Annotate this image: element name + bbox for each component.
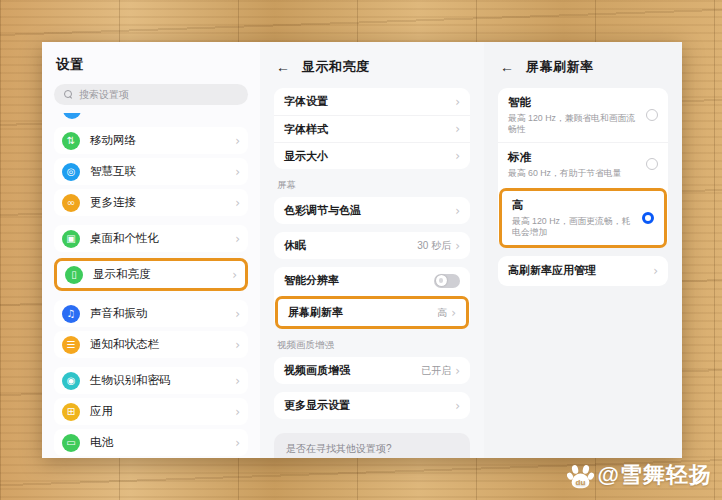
- sidebar-item-apps[interactable]: ⊞ 应用 ›: [54, 398, 248, 425]
- desktop-personalization-icon: ▣: [62, 230, 80, 248]
- option-label: 标准: [508, 150, 640, 165]
- baidu-paw-icon: du: [567, 462, 594, 489]
- radio-unselected-icon[interactable]: [646, 158, 658, 170]
- row-label: 更多显示设置: [284, 398, 350, 413]
- battery-icon: ▭: [62, 434, 80, 452]
- video-enhance-value: 已开启: [421, 364, 451, 378]
- item-label: 桌面和个性化: [90, 231, 159, 246]
- option-label: 智能: [508, 95, 640, 110]
- biometrics-password-icon: ◉: [62, 372, 80, 390]
- row-label: 视频画质增强: [284, 363, 350, 378]
- item-label: 智慧互联: [90, 164, 136, 179]
- back-arrow-icon[interactable]: ←: [500, 60, 514, 74]
- radio-selected-icon[interactable]: [642, 212, 654, 224]
- row-smart-resolution[interactable]: 智能分辨率: [274, 267, 470, 294]
- watermark: du @雪舞轻扬: [567, 460, 712, 490]
- app-management-card: 高刷新率应用管理 ›: [498, 256, 668, 286]
- chevron-right-icon: ›: [235, 196, 240, 210]
- chevron-right-icon: ›: [455, 204, 460, 218]
- color-temp-card: 色彩调节与色温 ›: [274, 197, 470, 224]
- smart-resolution-toggle[interactable]: [434, 274, 460, 288]
- settings-root-pane: 设置 搜索设置项 ⇅ 移动网络 › ◎ 智慧互联 › ∞ 更多连接 ›: [42, 42, 260, 458]
- mobile-network-icon: ⇅: [62, 132, 80, 150]
- search-icon: [64, 90, 73, 99]
- sidebar-item-battery[interactable]: ▭ 电池 ›: [54, 429, 248, 456]
- option-standard[interactable]: 标准 最高 60 Hz，有助于节省电量: [498, 142, 668, 186]
- wood-desktop-background: 设置 搜索设置项 ⇅ 移动网络 › ◎ 智慧互联 › ∞ 更多连接 ›: [0, 0, 722, 500]
- refresh-rate-pane: ← 屏幕刷新率 智能 最高 120 Hz，兼顾省电和画面流畅性 标准 最高 60…: [484, 42, 682, 458]
- section-label-video-enhance: 视频画质增强: [277, 339, 467, 352]
- row-label: 智能分辨率: [284, 273, 339, 288]
- chevron-right-icon: ›: [455, 239, 460, 253]
- back-arrow-icon[interactable]: ←: [276, 60, 290, 74]
- chevron-right-icon: ›: [235, 374, 240, 388]
- item-label: 更多连接: [90, 195, 136, 210]
- row-screen-refresh-rate[interactable]: 屏幕刷新率 高 ›: [275, 296, 469, 329]
- item-label: 电池: [90, 435, 113, 450]
- page-title-refresh-rate: 屏幕刷新率: [526, 58, 594, 76]
- row-label: 高刷新率应用管理: [508, 263, 596, 278]
- chevron-right-icon: ›: [455, 399, 460, 413]
- sidebar-item-display-brightness[interactable]: ▯ 显示和亮度 ›: [54, 258, 248, 291]
- refresh-rate-options-card: 智能 最高 120 Hz，兼顾省电和画面流畅性 标准 最高 60 Hz，有助于节…: [498, 88, 668, 248]
- row-font-settings[interactable]: 字体设置 ›: [274, 88, 470, 115]
- sidebar-item-notification-statusbar[interactable]: ☰ 通知和状态栏 ›: [54, 331, 248, 358]
- scrolled-list-clip: [54, 113, 248, 125]
- row-more-display-settings[interactable]: 更多显示设置 ›: [274, 392, 470, 419]
- sidebar-item-more-connections[interactable]: ∞ 更多连接 ›: [54, 189, 248, 216]
- chevron-right-icon: ›: [235, 134, 240, 148]
- radio-unselected-icon[interactable]: [646, 109, 658, 121]
- page-title-settings: 设置: [56, 56, 246, 74]
- option-description: 最高 60 Hz，有助于节省电量: [508, 168, 640, 179]
- pane-header: ← 屏幕刷新率: [500, 58, 666, 76]
- sidebar-item-desktop-personalization[interactable]: ▣ 桌面和个性化 ›: [54, 225, 248, 252]
- chevron-right-icon: ›: [455, 122, 460, 136]
- option-label: 高: [512, 198, 636, 213]
- chevron-right-icon: ›: [455, 95, 460, 109]
- sidebar-item-smart-interconnect[interactable]: ◎ 智慧互联 ›: [54, 158, 248, 185]
- option-high[interactable]: 高 最高 120 Hz，画面更流畅，耗电会增加: [499, 188, 667, 248]
- row-label: 休眠: [284, 238, 306, 253]
- sidebar-item-biometrics-password[interactable]: ◉ 生物识别和密码 ›: [54, 367, 248, 394]
- option-description: 最高 120 Hz，兼顾省电和画面流畅性: [508, 113, 640, 135]
- sidebar-item-sound-vibration[interactable]: ♫ 声音和振动 ›: [54, 300, 248, 327]
- chevron-right-icon: ›: [235, 307, 240, 321]
- chevron-right-icon: ›: [653, 264, 658, 278]
- resolution-refresh-card: 智能分辨率 屏幕刷新率 高 ›: [274, 267, 470, 329]
- sleep-card: 休眠 30 秒后 ›: [274, 232, 470, 259]
- clipped-item-icon: [63, 113, 81, 119]
- sleep-value: 30 秒后: [417, 239, 451, 253]
- row-color-adjustment[interactable]: 色彩调节与色温 ›: [274, 197, 470, 224]
- related-settings-card: 是否在寻找其他设置项? 简易模式 熄屏显示: [274, 433, 470, 458]
- sidebar-item-mobile-network[interactable]: ⇅ 移动网络 ›: [54, 127, 248, 154]
- chevron-right-icon: ›: [235, 405, 240, 419]
- item-label: 声音和振动: [90, 306, 148, 321]
- refresh-rate-value: 高: [437, 306, 447, 320]
- chevron-right-icon: ›: [235, 232, 240, 246]
- row-high-refresh-app-management[interactable]: 高刷新率应用管理 ›: [498, 256, 668, 286]
- row-label: 字体样式: [284, 122, 328, 137]
- item-label: 应用: [90, 404, 113, 419]
- chevron-right-icon: ›: [235, 436, 240, 450]
- svg-text:du: du: [575, 477, 585, 486]
- chevron-right-icon: ›: [232, 268, 237, 282]
- notification-statusbar-icon: ☰: [62, 336, 80, 354]
- apps-icon: ⊞: [62, 403, 80, 421]
- row-font-style[interactable]: 字体样式 ›: [274, 115, 470, 142]
- page-title-display-brightness: 显示和亮度: [302, 58, 370, 76]
- more-display-card: 更多显示设置 ›: [274, 392, 470, 419]
- row-label: 色彩调节与色温: [284, 203, 361, 218]
- settings-app-window: 设置 搜索设置项 ⇅ 移动网络 › ◎ 智慧互联 › ∞ 更多连接 ›: [42, 42, 682, 458]
- chevron-right-icon: ›: [235, 165, 240, 179]
- pane-header: ← 显示和亮度: [276, 58, 468, 76]
- row-label: 字体设置: [284, 94, 328, 109]
- option-smart[interactable]: 智能 最高 120 Hz，兼顾省电和画面流畅性: [498, 88, 668, 142]
- smart-interconnect-icon: ◎: [62, 163, 80, 181]
- sound-vibration-icon: ♫: [62, 305, 80, 323]
- search-placeholder: 搜索设置项: [79, 88, 129, 102]
- search-input[interactable]: 搜索设置项: [54, 84, 248, 105]
- row-sleep[interactable]: 休眠 30 秒后 ›: [274, 232, 470, 259]
- option-description: 最高 120 Hz，画面更流畅，耗电会增加: [512, 216, 636, 238]
- row-display-size[interactable]: 显示大小 ›: [274, 142, 470, 169]
- row-video-enhance[interactable]: 视频画质增强 已开启 ›: [274, 357, 470, 384]
